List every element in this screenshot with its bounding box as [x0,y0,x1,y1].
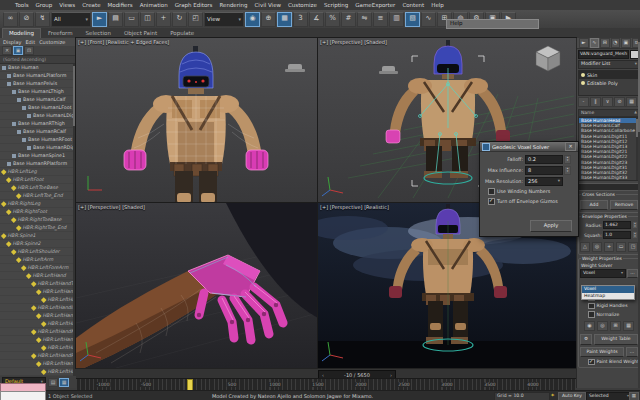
normalize-checkbox[interactable] [588,311,595,318]
viewport-front[interactable]: [+] [Front] [Realistic + Edged Faces] [76,38,318,203]
scene-tree-item[interactable]: HBR:LeftHandIndex3 [0,320,76,328]
scene-tree-item[interactable]: Base HumanLFoot [0,104,76,112]
max-influence-field[interactable]: 8 [525,166,563,175]
key-filter-dropdown[interactable]: Selected [586,392,632,400]
scene-tree-item[interactable]: HBR:LeftHandIndex1 [0,304,76,312]
ribbon-tab[interactable]: Modeling [2,28,41,38]
stack-button-icon[interactable]: - [578,97,589,107]
scene-tree-item[interactable]: Base HumanRCalf [0,128,76,136]
ribbon-tab[interactable]: Freeform [42,29,79,38]
scene-tree-item[interactable]: HBR:LeftHandThumb2 [0,288,76,296]
scene-tree-item[interactable]: Base HumanLDigit11 [0,112,76,120]
toolbar-icon[interactable]: ≡ [373,12,388,27]
rigid-handles-checkbox[interactable] [588,303,595,310]
panel-tab-icon[interactable]: ▣ [621,38,631,48]
toolbar-icon[interactable]: ◫ [140,12,155,27]
toolbar-icon[interactable]: View [204,12,244,27]
solver-option[interactable]: Heatmap [582,293,634,300]
spinner[interactable]: ▴▾ [564,166,571,175]
scene-tree-item[interactable]: Base HumanSpine1 [0,152,76,160]
spinner[interactable]: ▴▾ [564,155,571,164]
viewport-label[interactable]: [+] [Perspective] [Realistic] [320,204,389,210]
scene-tree-item[interactable]: HBR:RightToe_End [0,224,76,232]
explorer-menu-item[interactable]: Edit [25,39,35,45]
lightbulb-icon[interactable] [581,81,585,85]
bone-list-item[interactable]: Base HumanLDigit33 [579,175,639,180]
object-name-field[interactable]: VAN:vanguard_Mesh [578,50,629,59]
key-filters-icon[interactable]: ▦ [629,392,639,400]
toolbar-icon[interactable]: All [51,12,91,27]
scene-tree-item[interactable]: Base HumanLCalf [0,96,76,104]
scene-tree-item[interactable]: HBR:LeftHandRing3 [0,368,76,376]
stack-button-icon[interactable]: ▦ [626,97,637,107]
weight-solver-dropdown[interactable]: Voxel [580,269,626,278]
squash-field[interactable]: 1.0 [603,231,631,239]
explorer-menu-item[interactable]: Customize [39,39,65,45]
weight-tool-icon[interactable]: ▦ [623,321,634,331]
scene-tree-item[interactable]: Base Human [0,64,76,72]
viewport-label[interactable]: [+] [Perspective] [Shaded] [78,204,145,210]
weight-table-button[interactable]: Weight Table [594,334,638,345]
menu-item[interactable]: Views [56,2,78,8]
menu-item[interactable]: Tools [12,2,32,8]
max-resolution-dropdown[interactable]: 256 [525,177,563,186]
bone-filter-field[interactable] [578,183,640,191]
toolbar-icon[interactable]: % [325,12,340,27]
scene-tree-item[interactable]: Base HumanRThigh [0,120,76,128]
toolbar-icon[interactable]: ↯ [35,12,50,27]
modifier-stack-item[interactable]: Skin [579,71,639,79]
weight-tool-icon[interactable]: ⊞ [610,321,621,331]
ribbon-tab[interactable]: Object Paint [118,29,163,38]
scene-tree-item[interactable]: HBR:LeftHandRing1 [0,352,76,360]
scene-tree-item[interactable]: Base HumanRFoot [0,136,76,144]
panel-tab-icon[interactable]: ◔ [611,38,621,48]
dialog-titlebar[interactable]: Geodesic Voxel Solver ✕ [480,142,578,152]
envelope-tool-icon[interactable]: + [604,242,614,252]
stack-button-icon[interactable]: ∨ [602,97,613,107]
viewport-label[interactable]: [+] [Perspective] [Shaded] [320,39,387,45]
menu-item[interactable]: Animation [137,2,171,8]
ribbon-tab[interactable]: Populate [164,29,200,38]
lightbulb-icon[interactable] [581,73,585,77]
panel-tab-icon[interactable]: ⊟ [600,38,610,48]
scene-tree-item[interactable]: HBR:LeftHandMiddle1 [0,328,76,336]
toolbar-icon[interactable]: ⊕ [261,12,276,27]
scene-tree-item[interactable]: HBR:LeftHandIndex2 [0,312,76,320]
wrench-icon[interactable]: ⚙ [580,334,592,345]
explorer-bottom-icon[interactable]: ▦ [59,378,69,387]
toolbar-icon[interactable]: ∿ [421,12,436,27]
toolbar-icon[interactable]: ▦ [277,12,292,27]
envelope-tool-icon[interactable]: ◳ [628,242,638,252]
explorer-tool-icon[interactable]: ▣ [13,46,23,55]
explorer-bottom-icon[interactable]: ▤ [48,378,58,387]
menu-item[interactable]: Content [399,2,427,8]
envelope-tool-icon[interactable]: △ [580,242,590,252]
toolbar-icon[interactable]: ▭ [124,12,139,27]
stack-button-icon[interactable]: ∥ [590,97,601,107]
scene-tree-item[interactable]: HBR:LeftLeg [0,168,76,176]
toolbar-icon[interactable]: 3 [293,12,308,27]
menu-item[interactable]: Group [33,2,56,8]
toolbar-icon[interactable]: ∡ [309,12,324,27]
scene-tree-item[interactable]: HBR:LeftHandThumb1 [0,280,76,288]
envelope-tool-icon[interactable]: ▭ [616,242,626,252]
bone-list-header[interactable]: Name [578,109,640,117]
use-winding-numbers-checkbox[interactable] [488,188,495,195]
menu-item[interactable]: Rendering [216,2,250,8]
toolbar-icon[interactable]: + [156,12,171,27]
menu-item[interactable]: Civil View [252,2,284,8]
scene-tree-item[interactable]: HBR:Spine1 [0,232,76,240]
scene-tree-item[interactable]: HBR:LeftHandThumb3 [0,296,76,304]
menu-item[interactable]: Create [79,2,103,8]
toolbar-icon[interactable]: ◰ [188,12,203,27]
auto-key-button[interactable]: Auto Key [558,392,586,400]
paint-weights-options-button[interactable]: ... [626,347,638,357]
scene-tree-item[interactable]: HBR:LeftHandRing2 [0,360,76,368]
toolbar-icon[interactable]: ► [92,12,107,27]
apply-button[interactable]: Apply [530,220,572,232]
menu-item[interactable]: GameExporter [352,2,398,8]
scene-tree-item[interactable]: HBR:LeftHand [0,272,76,280]
viewport-label[interactable]: [+] [Front] [Realistic + Edged Faces] [78,39,169,45]
toolbar-icon[interactable]: ▥ [389,12,404,27]
toolbar-icon[interactable]: ∞ [3,12,18,27]
